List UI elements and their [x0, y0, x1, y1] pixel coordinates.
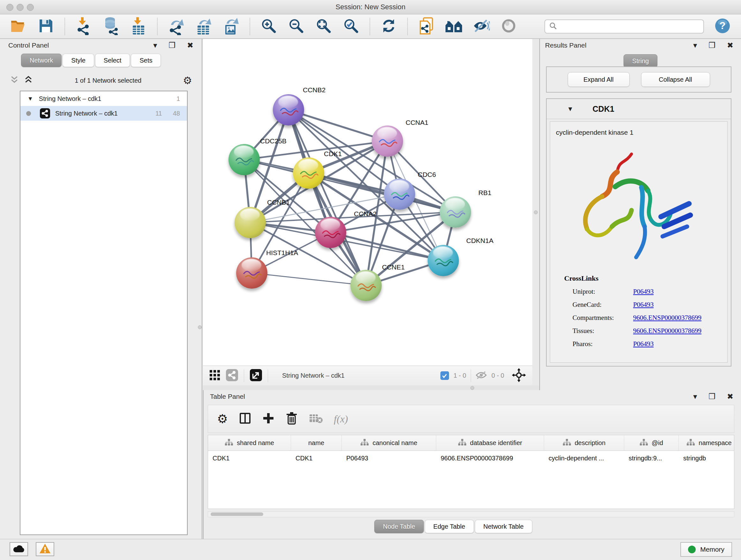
tab-edge-table[interactable]: Edge Table: [425, 520, 474, 533]
birds-eye-grid-icon[interactable]: [209, 370, 220, 382]
network-node-rb1[interactable]: [440, 196, 471, 228]
network-node-cdk1[interactable]: [293, 158, 324, 189]
crosslink-link[interactable]: 9606.ENSP00000378699: [633, 327, 701, 335]
tab-sets[interactable]: Sets: [131, 54, 161, 67]
panel-menu-caret-icon[interactable]: ▾: [153, 42, 157, 49]
network-row-selected[interactable]: String Network – cdk1 11 48: [20, 106, 187, 121]
column-header[interactable]: namespace: [679, 435, 734, 450]
delete-column-trash-icon[interactable]: [285, 411, 298, 427]
selected-nodes-checkbox[interactable]: [441, 371, 449, 380]
tab-style[interactable]: Style: [63, 54, 94, 67]
home-button[interactable]: [445, 17, 463, 36]
network-node-ccna1[interactable]: [372, 125, 403, 157]
zoom-fit-button[interactable]: [315, 17, 333, 36]
zoom-in-button[interactable]: [260, 17, 278, 36]
zoom-selected-button[interactable]: [342, 17, 360, 36]
network-node-ccne1[interactable]: [350, 270, 382, 301]
crosslink-link[interactable]: P06493: [633, 301, 654, 309]
column-header[interactable]: name: [291, 435, 342, 450]
help-button[interactable]: ?: [714, 17, 731, 36]
column-header[interactable]: canonical name: [342, 435, 436, 450]
network-edge[interactable]: [252, 273, 366, 286]
import-network-button[interactable]: [75, 17, 92, 36]
expand-all-button[interactable]: Expand All: [568, 72, 630, 87]
close-panel-icon[interactable]: ✖: [727, 393, 733, 400]
column-header[interactable]: @id: [624, 435, 679, 450]
close-panel-icon[interactable]: ✖: [727, 42, 733, 49]
add-column-icon[interactable]: [262, 412, 274, 426]
toolbar-separator: [369, 18, 370, 35]
node-table[interactable]: shared name name canonical name database…: [208, 435, 734, 509]
memory-button[interactable]: Memory: [680, 542, 732, 557]
warnings-button[interactable]: [36, 542, 54, 556]
crosslink-link[interactable]: P06493: [633, 340, 654, 348]
zoom-out-button[interactable]: [287, 17, 305, 36]
crosslink-link[interactable]: 9606.ENSP00000378699: [633, 314, 701, 322]
clone-network-button[interactable]: [417, 17, 435, 36]
network-node-hist1h1a[interactable]: [236, 257, 267, 289]
refresh-button[interactable]: [380, 17, 398, 36]
save-session-button[interactable]: [37, 17, 55, 36]
network-node-ccnb2[interactable]: [273, 94, 304, 125]
network-collection-row[interactable]: ▼ String Network – cdk1 1: [20, 91, 187, 106]
import-table-icon: [131, 17, 146, 37]
section-collapse-caret-icon[interactable]: ▼: [567, 105, 574, 113]
close-panel-icon[interactable]: ✖: [187, 42, 193, 49]
panel-menu-caret-icon[interactable]: ▾: [693, 42, 697, 49]
network-options-gear-icon[interactable]: ⚙: [183, 75, 192, 85]
export-network-button[interactable]: [167, 17, 185, 36]
gene-section-header[interactable]: ▼ CDK1: [547, 99, 731, 119]
global-search-field[interactable]: [544, 19, 704, 34]
fit-content-crosshair-icon[interactable]: [512, 368, 526, 383]
table-settings-gear-icon[interactable]: ⚙: [217, 413, 228, 425]
float-panel-icon[interactable]: ❒: [709, 393, 716, 400]
scrollbar-thumb[interactable]: [211, 512, 263, 516]
horizontal-scrollbar[interactable]: [208, 511, 734, 517]
tab-network-table[interactable]: Network Table: [475, 520, 532, 533]
node-label-ccnb2: CCNB2: [303, 86, 326, 94]
column-header[interactable]: description: [544, 435, 624, 450]
tab-select[interactable]: Select: [95, 54, 130, 67]
table-panel: Table Panel ▾ ❒ ✖ ⚙ f(x) shared name nam…: [203, 390, 741, 539]
search-input[interactable]: [560, 22, 699, 30]
export-table-button[interactable]: [195, 17, 212, 36]
network-node-ccnb1[interactable]: [234, 207, 266, 238]
tab-network[interactable]: Network: [21, 54, 62, 67]
network-node-cdc6[interactable]: [384, 179, 415, 210]
tree-expand-caret-icon[interactable]: ▼: [27, 96, 33, 102]
network-share-icon[interactable]: [226, 369, 238, 382]
float-panel-icon[interactable]: ❒: [169, 42, 176, 49]
float-panel-icon[interactable]: ❒: [709, 42, 716, 49]
column-header[interactable]: database identifier: [436, 435, 544, 450]
network-node-cdc25b[interactable]: [228, 144, 260, 175]
network-edge[interactable]: [288, 110, 366, 286]
protein-thumbnail: [388, 186, 411, 203]
select-columns-icon[interactable]: [239, 412, 252, 426]
crosslink-link[interactable]: P06493: [633, 288, 654, 296]
network-node-cdkn1a[interactable]: [428, 245, 459, 276]
show-eye-button[interactable]: [500, 17, 518, 36]
open-session-button[interactable]: [10, 17, 27, 36]
import-table-button[interactable]: [130, 17, 147, 36]
panel-splitter-handle[interactable]: [198, 325, 202, 329]
hidden-eye-icon[interactable]: [475, 370, 487, 381]
network-canvas[interactable]: CCNB2CCNA1CDC25BCDK1CDC6RB1CCNB1CCNA2CDK…: [203, 39, 532, 366]
cloud-sync-button[interactable]: [10, 542, 28, 556]
toolbar-separator: [64, 18, 65, 35]
vertical-splitter-handle[interactable]: [534, 210, 538, 214]
hide-selection-button[interactable]: [472, 17, 490, 36]
column-header[interactable]: shared name: [208, 435, 291, 450]
import-database-button[interactable]: [102, 17, 120, 36]
expand-all-tree-icon[interactable]: [23, 75, 33, 86]
hierarchy-icon: [562, 438, 571, 448]
network-node-ccna2[interactable]: [315, 217, 346, 248]
collapse-all-tree-icon[interactable]: [10, 75, 19, 86]
panel-menu-caret-icon[interactable]: ▾: [693, 393, 697, 400]
tab-node-table[interactable]: Node Table: [374, 520, 424, 533]
splitter-handle[interactable]: [470, 386, 474, 390]
export-image-button[interactable]: [222, 17, 240, 36]
table-row[interactable]: CDK1 CDK1 P06493 9606.ENSP00000378699 cy…: [208, 451, 734, 465]
detach-view-icon[interactable]: [250, 369, 262, 382]
tab-string[interactable]: String: [623, 54, 657, 68]
collapse-all-button[interactable]: Collapse All: [641, 72, 710, 87]
